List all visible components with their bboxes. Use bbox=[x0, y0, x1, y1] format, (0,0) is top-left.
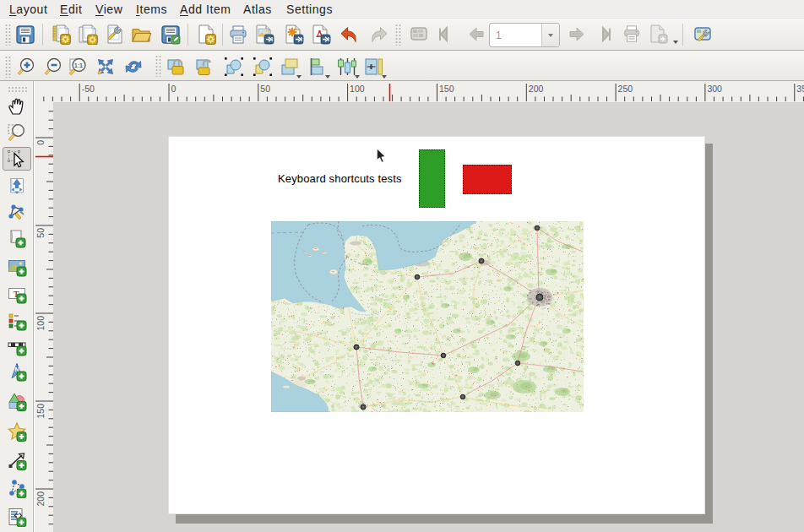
svg-text:100: 100 bbox=[35, 316, 46, 331]
svg-text:50: 50 bbox=[260, 84, 270, 94]
svg-text:50: 50 bbox=[35, 228, 46, 238]
svg-text:1:1: 1:1 bbox=[74, 62, 83, 69]
svg-text:0: 0 bbox=[35, 140, 46, 145]
svg-text:0: 0 bbox=[171, 84, 177, 94]
svg-text:150: 150 bbox=[35, 404, 46, 419]
svg-text:100: 100 bbox=[350, 84, 365, 94]
svg-text:350: 350 bbox=[796, 84, 804, 94]
svg-text:250: 250 bbox=[618, 84, 633, 94]
svg-text:200: 200 bbox=[35, 491, 46, 507]
svg-text:-50: -50 bbox=[82, 84, 95, 94]
svg-text:300: 300 bbox=[707, 84, 722, 94]
svg-text:150: 150 bbox=[439, 84, 454, 94]
svg-text:200: 200 bbox=[529, 84, 544, 94]
